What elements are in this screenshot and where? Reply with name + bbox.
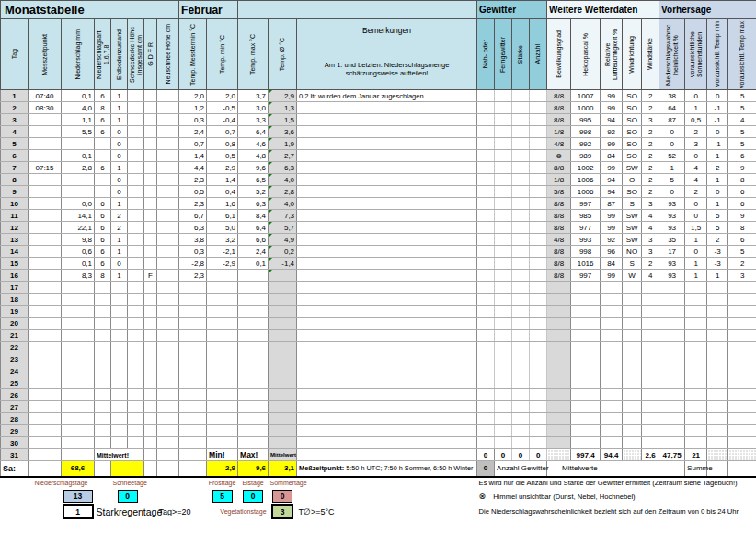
cell-g4[interactable] bbox=[530, 437, 547, 449]
cell-tmess[interactable]: -2,8 bbox=[179, 258, 207, 270]
cell-tag[interactable]: 13 bbox=[1, 234, 29, 246]
cell-bew[interactable]: 8/8 bbox=[547, 162, 571, 174]
cell-nied[interactable] bbox=[62, 138, 95, 150]
cell-hpa[interactable] bbox=[571, 353, 601, 365]
cell-g3[interactable] bbox=[512, 425, 530, 437]
cell-g2[interactable] bbox=[495, 90, 512, 102]
cell-gdfr[interactable] bbox=[144, 413, 157, 425]
windstaerke-mean[interactable]: 2,6 bbox=[642, 449, 659, 461]
cell-neu[interactable] bbox=[157, 150, 179, 162]
cell-bew[interactable]: 8/8 bbox=[547, 198, 571, 210]
cell-schnee[interactable] bbox=[128, 342, 144, 353]
cell-bew[interactable] bbox=[547, 330, 571, 342]
cell-erd[interactable]: 1 bbox=[111, 90, 128, 102]
cell-zeit[interactable] bbox=[29, 114, 62, 126]
cell-erd[interactable] bbox=[111, 306, 128, 318]
cell-tmess[interactable] bbox=[179, 461, 207, 477]
cell-schnee[interactable] bbox=[128, 437, 144, 449]
cell-vtmin[interactable]: 1 bbox=[707, 198, 728, 210]
cell-g4[interactable] bbox=[530, 210, 547, 222]
cell-neu[interactable] bbox=[157, 222, 179, 234]
cell-tavg[interactable] bbox=[269, 377, 297, 389]
cell-g3[interactable] bbox=[512, 186, 530, 198]
cell-bem[interactable] bbox=[297, 377, 477, 389]
cell-neu[interactable] bbox=[157, 318, 179, 330]
cell-bew[interactable]: 4/8 bbox=[547, 138, 571, 150]
cell-art[interactable] bbox=[95, 413, 111, 425]
cell-sonne[interactable]: 1 bbox=[685, 270, 707, 282]
cell-erd[interactable] bbox=[111, 342, 128, 353]
cell-g2[interactable] bbox=[495, 222, 512, 234]
cell-tag[interactable]: 20 bbox=[1, 318, 29, 330]
cell-winds[interactable] bbox=[642, 401, 659, 413]
cell-tag[interactable]: 17 bbox=[1, 282, 29, 294]
cell-erd[interactable] bbox=[111, 330, 128, 342]
cell-windr[interactable]: SO bbox=[623, 90, 642, 102]
cell-hpa[interactable] bbox=[571, 437, 601, 449]
cell-gdfr[interactable] bbox=[144, 282, 157, 294]
cell-neu[interactable] bbox=[157, 437, 179, 449]
cell-tag[interactable]: 15 bbox=[1, 258, 29, 270]
cell-g2[interactable] bbox=[495, 102, 512, 114]
cell-feucht[interactable] bbox=[601, 342, 623, 353]
cell-g1[interactable] bbox=[477, 222, 495, 234]
cell-neu[interactable] bbox=[157, 425, 179, 437]
cell-vtmax[interactable]: 5 bbox=[728, 138, 756, 150]
cell-tmin[interactable] bbox=[207, 425, 238, 437]
cell-vtmin[interactable] bbox=[707, 389, 728, 401]
cell-niedw[interactable]: 0 bbox=[659, 126, 685, 138]
cell-gdfr[interactable] bbox=[144, 437, 157, 449]
cell-tmax[interactable]: 3,0 bbox=[238, 102, 269, 114]
cell-erd[interactable]: 1 bbox=[111, 102, 128, 114]
cell-tavg[interactable] bbox=[269, 294, 297, 306]
cell-feucht[interactable]: 99 bbox=[601, 222, 623, 234]
cell-tmax[interactable]: 8,4 bbox=[238, 210, 269, 222]
cell-neu[interactable] bbox=[157, 365, 179, 377]
cell-feucht[interactable]: 96 bbox=[601, 246, 623, 258]
cell-bem[interactable] bbox=[297, 353, 477, 365]
cell-tmess[interactable]: 3,8 bbox=[179, 234, 207, 246]
cell-vtmax[interactable] bbox=[728, 342, 756, 353]
cell-zeit[interactable] bbox=[29, 461, 62, 477]
cell-zeit[interactable] bbox=[29, 198, 62, 210]
cell-winds[interactable]: 3 bbox=[642, 114, 659, 126]
cell-g4[interactable] bbox=[530, 162, 547, 174]
cell-bew[interactable]: 4/8 bbox=[547, 234, 571, 246]
cell-nied[interactable] bbox=[62, 449, 95, 461]
cell-zeit[interactable] bbox=[29, 234, 62, 246]
cell-g4[interactable] bbox=[530, 401, 547, 413]
cell-g1[interactable] bbox=[477, 114, 495, 126]
cell-bew[interactable] bbox=[547, 413, 571, 425]
cell-tmax[interactable] bbox=[238, 282, 269, 294]
cell-art[interactable]: 6 bbox=[95, 222, 111, 234]
cell-tmax[interactable] bbox=[238, 342, 269, 353]
cell-art[interactable]: 6 bbox=[95, 90, 111, 102]
cell-gdfr[interactable] bbox=[144, 138, 157, 150]
cell-neu[interactable] bbox=[157, 198, 179, 210]
cell-nied[interactable] bbox=[62, 389, 95, 401]
cell-zeit[interactable] bbox=[29, 138, 62, 150]
cell-windr[interactable]: SO bbox=[623, 138, 642, 150]
cell-winds[interactable] bbox=[642, 437, 659, 449]
cell-art[interactable] bbox=[95, 138, 111, 150]
cell-vtmax[interactable] bbox=[728, 425, 756, 437]
cell-art[interactable]: 6 bbox=[95, 114, 111, 126]
cell-tavg[interactable] bbox=[269, 306, 297, 318]
cell-g3[interactable] bbox=[512, 90, 530, 102]
cell-vtmin[interactable] bbox=[707, 377, 728, 389]
cell-g1[interactable] bbox=[477, 162, 495, 174]
cell-winds[interactable] bbox=[642, 318, 659, 330]
cell-tmin[interactable]: -0,8 bbox=[207, 138, 238, 150]
cell-schnee[interactable] bbox=[128, 186, 144, 198]
cell-winds[interactable] bbox=[642, 342, 659, 353]
cell-tmax[interactable] bbox=[238, 330, 269, 342]
cell-nied[interactable]: 9,8 bbox=[62, 234, 95, 246]
cell-g1[interactable] bbox=[477, 413, 495, 425]
cell-g4[interactable] bbox=[530, 114, 547, 126]
cell-vtmin[interactable] bbox=[707, 318, 728, 330]
cell-g2[interactable] bbox=[495, 246, 512, 258]
cell-hpa[interactable] bbox=[571, 413, 601, 425]
cell-niedw[interactable] bbox=[659, 401, 685, 413]
cell-niedw[interactable] bbox=[659, 425, 685, 437]
cell-hpa[interactable] bbox=[571, 425, 601, 437]
